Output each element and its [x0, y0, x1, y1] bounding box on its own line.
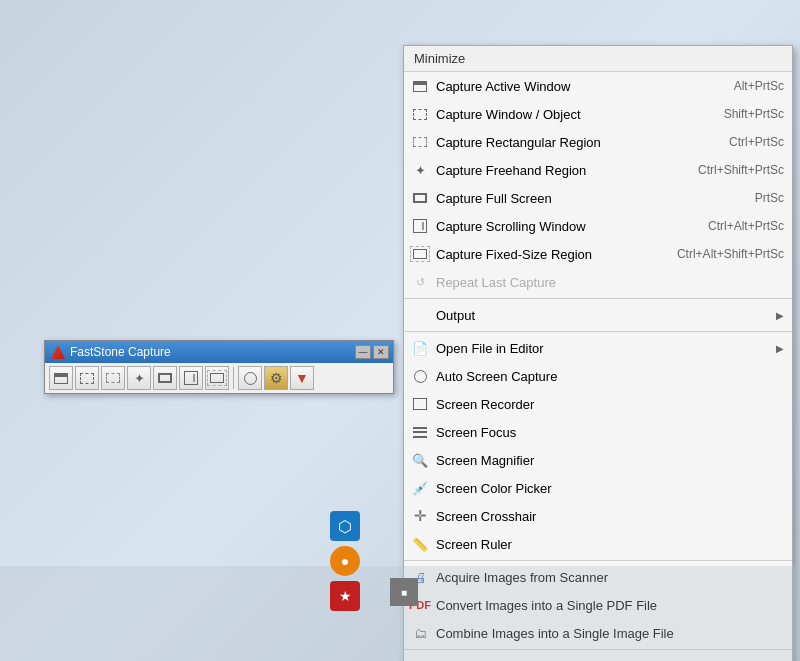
magnifier-icon: 🔍 [410, 450, 430, 470]
menu-screen-magnifier[interactable]: 🔍 Screen Magnifier [404, 446, 792, 474]
shortcut: Shift+PrtSc [724, 107, 784, 121]
freehand-icon: ✦ [410, 160, 430, 180]
menu-capture-active-window[interactable]: Capture Active Window Alt+PrtSc [404, 72, 792, 100]
freehand-icon: ✦ [134, 371, 145, 386]
tray-google[interactable]: ★ [330, 581, 360, 611]
repeat-icon: ↺ [410, 272, 430, 292]
output-icon [410, 305, 430, 325]
label: Screen Recorder [436, 397, 784, 412]
ruler-icon: 📏 [410, 534, 430, 554]
label: Capture Scrolling Window [436, 219, 688, 234]
tray-firefox[interactable]: ● [330, 546, 360, 576]
label: Open File in Editor [436, 341, 768, 356]
label: Screen Color Picker [436, 481, 784, 496]
rect-icon [410, 132, 430, 152]
clock-icon [410, 366, 430, 386]
label: Screen Ruler [436, 537, 784, 552]
menu-screen-crosshair[interactable]: ✛ Screen Crosshair [404, 502, 792, 530]
shortcut: Alt+PrtSc [734, 79, 784, 93]
minimize-button[interactable]: — [355, 345, 371, 359]
minimize-label: Minimize [414, 51, 782, 66]
label: Capture Fixed-Size Region [436, 247, 657, 262]
shortcut: PrtSc [755, 191, 784, 205]
tb-capture-obj[interactable] [75, 366, 99, 390]
menu-screen-ruler[interactable]: 📏 Screen Ruler [404, 530, 792, 558]
tb-timer[interactable] [238, 366, 262, 390]
tb-capture-scroll[interactable] [179, 366, 203, 390]
fixed-icon [410, 244, 430, 264]
tb-capture-window[interactable] [49, 366, 73, 390]
separator-2 [404, 331, 792, 332]
label: Auto Screen Capture [436, 369, 784, 384]
output-label: Output [436, 308, 768, 323]
close-button[interactable]: ✕ [373, 345, 389, 359]
label: Screen Crosshair [436, 509, 784, 524]
window-icon [410, 76, 430, 96]
window-object-icon [410, 104, 430, 124]
scroll-icon [410, 216, 430, 236]
dropper-icon: 💉 [410, 478, 430, 498]
bars-icon [410, 422, 430, 442]
fullscreen-icon [410, 188, 430, 208]
submenu-arrow: ▶ [776, 343, 784, 354]
file-icon: 📄 [410, 338, 430, 358]
label: Capture Active Window [436, 79, 714, 94]
corner-icon: ■ [390, 578, 418, 606]
menu-screen-recorder[interactable]: Screen Recorder [404, 390, 792, 418]
separator-3 [404, 560, 792, 561]
shortcut: Ctrl+PrtSc [729, 135, 784, 149]
menu-capture-rectangular-region[interactable]: Capture Rectangular Region Ctrl+PrtSc [404, 128, 792, 156]
separator-1 [404, 298, 792, 299]
menu-screen-focus[interactable]: Screen Focus [404, 418, 792, 446]
app-icon [51, 345, 65, 359]
tb-capture-full[interactable] [153, 366, 177, 390]
desktop: FastStone Capture — ✕ ✦ [0, 0, 800, 661]
title-left: FastStone Capture [51, 345, 171, 359]
window-controls: — ✕ [355, 345, 389, 359]
tray-icons: ⬡ ● ★ [330, 511, 360, 611]
menu-repeat-last-capture: ↺ Repeat Last Capture [404, 268, 792, 296]
tb-capture-fixed[interactable] [205, 366, 229, 390]
menu-capture-freehand-region[interactable]: ✦ Capture Freehand Region Ctrl+Shift+Prt… [404, 156, 792, 184]
shortcut: Ctrl+Alt+PrtSc [708, 219, 784, 233]
film-icon [410, 394, 430, 414]
label: Screen Magnifier [436, 453, 784, 468]
menu-capture-scrolling-window[interactable]: Capture Scrolling Window Ctrl+Alt+PrtSc [404, 212, 792, 240]
shortcut: Ctrl+Alt+Shift+PrtSc [677, 247, 784, 261]
label: Capture Window / Object [436, 107, 704, 122]
tb-capture-rect[interactable] [101, 366, 125, 390]
menu-output[interactable]: Output ▶ [404, 301, 792, 329]
label: Capture Freehand Region [436, 163, 678, 178]
menu-capture-full-screen[interactable]: Capture Full Screen PrtSc [404, 184, 792, 212]
tb-more[interactable]: ▼ [290, 366, 314, 390]
menu-auto-screen-capture[interactable]: Auto Screen Capture [404, 362, 792, 390]
label: Capture Full Screen [436, 191, 735, 206]
menu-open-file-editor[interactable]: 📄 Open File in Editor ▶ [404, 334, 792, 362]
toolbar-window: FastStone Capture — ✕ ✦ [44, 340, 394, 394]
app-title: FastStone Capture [70, 345, 171, 359]
shortcut: Ctrl+Shift+PrtSc [698, 163, 784, 177]
toolbar-body: ✦ ⚙ ▼ [45, 363, 393, 393]
label: Repeat Last Capture [436, 275, 784, 290]
label: Screen Focus [436, 425, 784, 440]
titlebar: FastStone Capture — ✕ [45, 341, 393, 363]
menu-capture-window-object[interactable]: Capture Window / Object Shift+PrtSc [404, 100, 792, 128]
menu-screen-color-picker[interactable]: 💉 Screen Color Picker [404, 474, 792, 502]
submenu-arrow: ▶ [776, 310, 784, 321]
separator-1 [233, 367, 234, 389]
menu-minimize[interactable]: Minimize [404, 46, 792, 72]
crosshair-icon: ✛ [410, 506, 430, 526]
menu-capture-fixed-size-region[interactable]: Capture Fixed-Size Region Ctrl+Alt+Shift… [404, 240, 792, 268]
tb-capture-freehand[interactable]: ✦ [127, 366, 151, 390]
tb-settings[interactable]: ⚙ [264, 366, 288, 390]
tray-bluetooth[interactable]: ⬡ [330, 511, 360, 541]
label: Capture Rectangular Region [436, 135, 709, 150]
